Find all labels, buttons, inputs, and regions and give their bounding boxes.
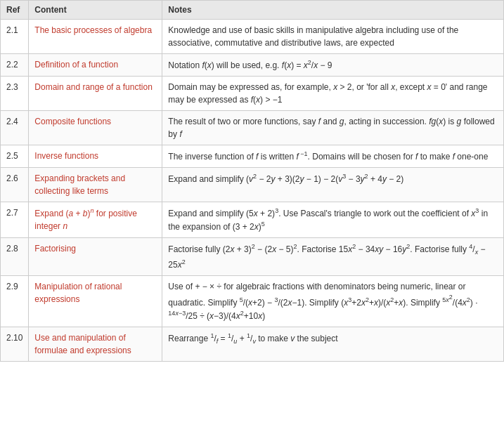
cell-content: Factorising	[29, 238, 162, 276]
cell-ref: 2.4	[1, 111, 29, 145]
cell-notes: The result of two or more functions, say…	[162, 111, 504, 145]
cell-content: Inverse functions	[29, 145, 162, 168]
cell-notes: Rearrange 1/f = 1/u + 1/v to make v the …	[162, 327, 504, 361]
cell-ref: 2.6	[1, 168, 29, 202]
cell-ref: 2.10	[1, 327, 29, 361]
cell-ref: 2.5	[1, 145, 29, 168]
cell-content: The basic processes of algebra	[29, 20, 162, 54]
cell-ref: 2.7	[1, 202, 29, 238]
header-notes: Notes	[162, 1, 504, 20]
cell-content: Domain and range of a function	[29, 77, 162, 111]
cell-content: Composite functions	[29, 111, 162, 145]
header-ref: Ref	[1, 1, 29, 20]
table-row: 2.4Composite functionsThe result of two …	[1, 111, 504, 145]
cell-notes: Domain may be expressed as, for example,…	[162, 77, 504, 111]
table-row: 2.7Expand (a + b)n for positive integer …	[1, 202, 504, 238]
cell-notes: Factorise fully (2x + 3)2 − (2x − 5)2. F…	[162, 238, 504, 276]
cell-ref: 2.8	[1, 238, 29, 276]
cell-content: Expand (a + b)n for positive integer n	[29, 202, 162, 238]
cell-notes: Expand and simplify (5x + 2)3. Use Pasca…	[162, 202, 504, 238]
cell-notes: Expand and simplify (v2 − 2y + 3)(2y − 1…	[162, 168, 504, 202]
cell-content: Use and manipulation of formulae and exp…	[29, 327, 162, 361]
cell-content: Definition of a function	[29, 54, 162, 77]
table-row: 2.3Domain and range of a functionDomain …	[1, 77, 504, 111]
table-row: 2.6Expanding brackets and collecting lik…	[1, 168, 504, 202]
header-content: Content	[29, 1, 162, 20]
cell-notes: The inverse function of f is written f −…	[162, 145, 504, 168]
table-row: 2.9Manipulation of rational expressionsU…	[1, 275, 504, 327]
table-row: 2.10Use and manipulation of formulae and…	[1, 327, 504, 361]
table-row: 2.5Inverse functionsThe inverse function…	[1, 145, 504, 168]
cell-content: Expanding brackets and collecting like t…	[29, 168, 162, 202]
cell-content: Manipulation of rational expressions	[29, 275, 162, 327]
cell-notes: Use of + − × ÷ for algebraic fractions w…	[162, 275, 504, 327]
table-row: 2.8FactorisingFactorise fully (2x + 3)2 …	[1, 238, 504, 276]
table-row: 2.1The basic processes of algebraKnowled…	[1, 20, 504, 54]
table-row: 2.2Definition of a functionNotation f(x)…	[1, 54, 504, 77]
cell-notes: Knowledge and use of basic skills in man…	[162, 20, 504, 54]
cell-ref: 2.1	[1, 20, 29, 54]
cell-ref: 2.3	[1, 77, 29, 111]
cell-notes: Notation f(x) will be used, e.g. f(x) = …	[162, 54, 504, 77]
cell-ref: 2.9	[1, 275, 29, 327]
cell-ref: 2.2	[1, 54, 29, 77]
